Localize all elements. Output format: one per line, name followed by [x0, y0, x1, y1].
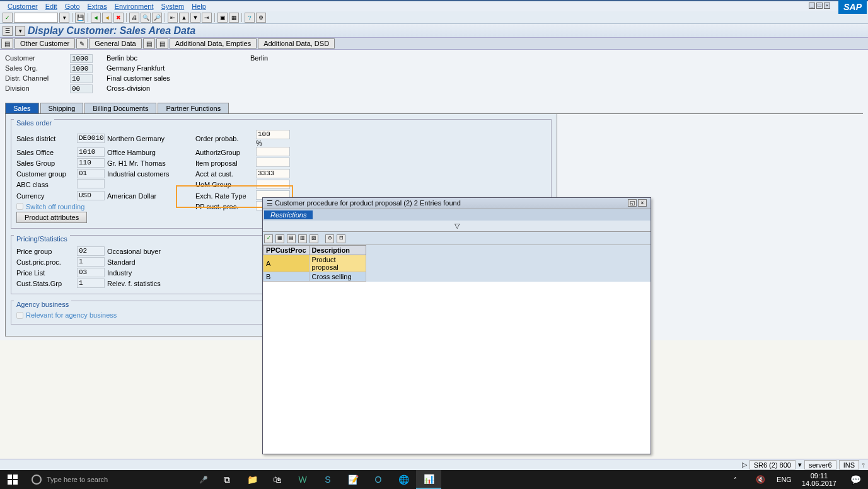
- find-icon[interactable]: 🔍: [141, 13, 151, 23]
- popup-close-icon[interactable]: ×: [638, 199, 647, 207]
- menu-customer[interactable]: Customer: [5, 3, 40, 10]
- field-value[interactable]: 03: [77, 268, 105, 277]
- notes-icon[interactable]: 📝: [340, 470, 366, 489]
- popup-tab-restrictions[interactable]: Restrictions: [264, 210, 313, 219]
- tab-billing[interactable]: Billing Documents: [84, 103, 156, 113]
- menu-edit[interactable]: Edit: [43, 3, 60, 10]
- popup-tool7[interactable]: ⊟: [337, 234, 345, 243]
- taskbar-search[interactable]: Type here to search 🎤: [25, 470, 214, 489]
- field-value2[interactable]: 100: [256, 130, 290, 139]
- tab-icon1[interactable]: ▤: [1, 38, 13, 49]
- field-value[interactable]: [77, 179, 105, 188]
- field-value[interactable]: DE0010: [77, 134, 105, 143]
- popup-tool5[interactable]: ▧: [310, 234, 318, 243]
- field-value[interactable]: 1: [77, 257, 105, 267]
- tab-icon2[interactable]: ✎: [76, 38, 88, 49]
- minimize-icon[interactable]: _: [809, 3, 815, 9]
- maximize-icon[interactable]: □: [816, 3, 823, 9]
- popup-header-desc[interactable]: Description: [309, 246, 366, 255]
- popup-tool3[interactable]: ▤: [287, 234, 296, 243]
- chrome-icon[interactable]: 🌐: [391, 470, 416, 489]
- find-next-icon[interactable]: 🔎: [152, 13, 162, 23]
- tab-additional-dsd[interactable]: Additional Data, DSD: [258, 38, 335, 49]
- save-icon[interactable]: 💾: [75, 13, 85, 23]
- skype-icon[interactable]: S: [315, 470, 340, 489]
- outlook-icon[interactable]: O: [366, 470, 391, 489]
- start-button[interactable]: [0, 470, 25, 489]
- tab-other-customer[interactable]: Other Customer: [14, 38, 75, 49]
- popup-collapse-icon[interactable]: ▽: [263, 221, 651, 232]
- nav-dropdown-icon[interactable]: ▾: [15, 26, 25, 36]
- menu-system[interactable]: System: [158, 3, 187, 10]
- field-value2[interactable]: [256, 180, 290, 189]
- layout-icon[interactable]: ⚙: [256, 13, 266, 23]
- popup-title-text: Customer procedure for product proposal …: [275, 199, 461, 207]
- product-attributes-button[interactable]: Product attributes: [16, 212, 87, 223]
- menu-goto[interactable]: Goto: [62, 3, 83, 10]
- volume-icon[interactable]: 🔇: [748, 470, 773, 489]
- field-value2[interactable]: [256, 158, 290, 167]
- help-icon[interactable]: ?: [245, 13, 255, 23]
- tab-sales[interactable]: Sales: [5, 103, 39, 113]
- first-page-icon[interactable]: ⇤: [168, 13, 178, 23]
- status-resize-icon[interactable]: ⫯: [862, 461, 865, 469]
- close-icon[interactable]: ×: [824, 3, 830, 9]
- field-value[interactable]: USD: [77, 191, 105, 200]
- menu-environment[interactable]: Environment: [112, 3, 156, 10]
- popup-resize-icon[interactable]: ◱: [628, 199, 637, 207]
- tab-general-data[interactable]: General Data: [89, 38, 141, 49]
- shortcut-icon[interactable]: ▦: [229, 13, 239, 23]
- prev-page-icon[interactable]: ▲: [179, 13, 189, 23]
- popup-row[interactable]: A Product proposal: [263, 255, 366, 272]
- popup-tool2[interactable]: ▦: [275, 234, 284, 243]
- switch-off-rounding-checkbox[interactable]: [16, 203, 23, 210]
- store-icon[interactable]: 🛍: [265, 470, 290, 489]
- field-value[interactable]: 1: [77, 279, 105, 288]
- field-value[interactable]: 1010: [77, 147, 105, 157]
- tab-shipping[interactable]: Shipping: [40, 103, 84, 113]
- tray-expand-icon[interactable]: ˄: [722, 470, 748, 489]
- menu-extras[interactable]: Extras: [85, 3, 110, 10]
- field-value2[interactable]: [256, 147, 290, 156]
- field-value[interactable]: 01: [77, 169, 105, 178]
- field-value[interactable]: 110: [77, 158, 105, 168]
- taskbar-clock[interactable]: 09:11 14.06.2017: [796, 472, 843, 487]
- popup-tool4[interactable]: ▥: [298, 234, 307, 243]
- field-desc: Gr. H1 Mr. Thomas: [107, 159, 195, 167]
- tab-icon4[interactable]: ▤: [156, 38, 168, 49]
- agency-checkbox[interactable]: [16, 312, 23, 319]
- popup-row[interactable]: B Cross selling: [263, 272, 366, 282]
- tab-partner[interactable]: Partner Functions: [158, 103, 229, 113]
- dropdown-icon[interactable]: ▾: [59, 13, 69, 23]
- print-icon[interactable]: 🖨: [129, 13, 139, 23]
- sap-task-icon[interactable]: 📊: [416, 470, 441, 489]
- popup-check-icon[interactable]: ✓: [264, 234, 273, 243]
- field-label: Price group: [16, 248, 77, 255]
- command-field[interactable]: [14, 13, 58, 23]
- status-nav-icon[interactable]: ▷: [742, 461, 747, 469]
- field-value2[interactable]: 3333: [256, 169, 290, 178]
- tab-additional-empties[interactable]: Additional Data, Empties: [170, 38, 257, 49]
- language-indicator[interactable]: ENG: [773, 476, 796, 483]
- mic-icon[interactable]: 🎤: [199, 476, 208, 484]
- field-label: Currency: [16, 192, 77, 200]
- check-icon[interactable]: ✓: [3, 13, 13, 23]
- file-explorer-icon[interactable]: 📁: [240, 470, 265, 489]
- field-value[interactable]: 02: [77, 246, 105, 256]
- nav-menu-icon[interactable]: ☰: [3, 26, 13, 36]
- notifications-icon[interactable]: 💬: [843, 470, 868, 489]
- new-session-icon[interactable]: ▣: [217, 13, 228, 23]
- next-page-icon[interactable]: ▼: [190, 13, 200, 23]
- tab-icon3[interactable]: ▤: [143, 38, 155, 49]
- popup-header-code[interactable]: PPCustProc: [263, 246, 310, 255]
- task-view-icon[interactable]: ⧉: [214, 470, 240, 489]
- cancel-icon[interactable]: ✖: [113, 13, 124, 23]
- menu-help[interactable]: Help: [189, 3, 209, 10]
- field-label2: Acct at cust.: [195, 170, 256, 178]
- word-icon[interactable]: W: [290, 470, 315, 489]
- back-icon[interactable]: ◄: [91, 13, 101, 23]
- popup-tool6[interactable]: ⊕: [325, 234, 334, 243]
- exit-icon[interactable]: ◄: [102, 13, 112, 23]
- customer-name: Berlin bbc: [107, 54, 245, 64]
- last-page-icon[interactable]: ⇥: [202, 13, 212, 23]
